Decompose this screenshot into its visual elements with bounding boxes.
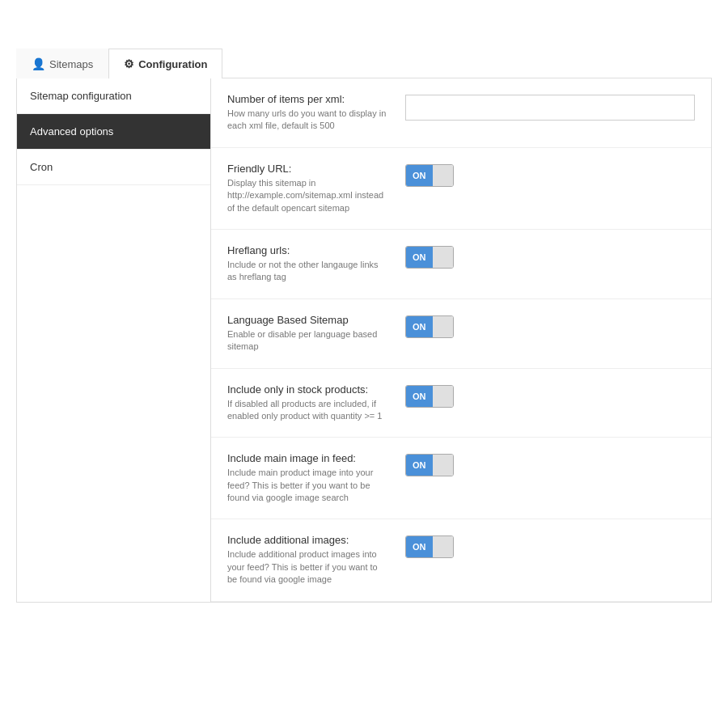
tab-bar: 👤 Sitemaps ⚙ Configuration xyxy=(16,49,712,78)
setting-desc-include-main-image: Include main product image into your fee… xyxy=(227,467,389,504)
setting-title-items-per-xml: Number of items per xml: xyxy=(227,93,389,105)
setting-row-items-per-xml: Number of items per xml: How many urls d… xyxy=(211,78,711,148)
include-main-image-toggle-off xyxy=(433,455,454,476)
setting-row-hreflang-urls: Hreflang urls: Include or not the other … xyxy=(211,230,711,299)
setting-label-language-based-sitemap: Language Based Sitemap Enable or disable… xyxy=(227,314,389,353)
hreflang-urls-toggle-off xyxy=(433,247,454,268)
sidebar-item-sitemap-configuration-label: Sitemap configuration xyxy=(30,90,132,102)
friendly-url-toggle-off xyxy=(433,165,454,186)
setting-row-include-in-stock: Include only in stock products: If disab… xyxy=(211,369,711,438)
settings-panel: Number of items per xml: How many urls d… xyxy=(211,78,711,602)
language-based-sitemap-toggle[interactable]: ON xyxy=(405,315,454,338)
setting-title-hreflang-urls: Hreflang urls: xyxy=(227,244,389,256)
setting-row-friendly-url: Friendly URL: Display this sitemap in ht… xyxy=(211,148,711,230)
language-based-sitemap-toggle-off xyxy=(433,316,454,337)
setting-control-hreflang-urls: ON xyxy=(405,244,695,269)
setting-title-friendly-url: Friendly URL: xyxy=(227,163,389,175)
tab-configuration-label: Configuration xyxy=(138,58,207,70)
setting-title-language-based-sitemap: Language Based Sitemap xyxy=(227,314,389,326)
include-additional-images-toggle-on: ON xyxy=(406,536,433,557)
configuration-icon: ⚙ xyxy=(124,57,134,70)
include-additional-images-toggle[interactable]: ON xyxy=(405,535,454,558)
items-per-xml-input[interactable] xyxy=(405,95,695,121)
setting-label-hreflang-urls: Hreflang urls: Include or not the other … xyxy=(227,244,389,284)
friendly-url-toggle[interactable]: ON xyxy=(405,164,454,187)
setting-desc-friendly-url: Display this sitemap in http://example.c… xyxy=(227,177,389,214)
setting-row-include-main-image: Include main image in feed: Include main… xyxy=(211,438,711,519)
sidebar: Sitemap configuration Advanced options C… xyxy=(17,78,211,602)
setting-label-items-per-xml: Number of items per xml: How many urls d… xyxy=(227,93,389,133)
setting-control-include-additional-images: ON xyxy=(405,534,695,558)
setting-control-language-based-sitemap: ON xyxy=(405,314,695,338)
include-main-image-toggle-on: ON xyxy=(406,455,433,476)
setting-desc-hreflang-urls: Include or not the other langauge links … xyxy=(227,259,389,284)
setting-control-items-per-xml xyxy=(405,93,695,121)
setting-row-include-additional-images: Include additional images: Include addit… xyxy=(211,519,711,601)
setting-title-include-in-stock: Include only in stock products: xyxy=(227,383,389,396)
hreflang-urls-toggle[interactable]: ON xyxy=(405,246,454,269)
sidebar-item-cron[interactable]: Cron xyxy=(17,150,210,185)
setting-control-friendly-url: ON xyxy=(405,163,695,187)
setting-control-include-main-image: ON xyxy=(405,452,695,476)
include-in-stock-toggle[interactable]: ON xyxy=(405,385,454,408)
sidebar-item-advanced-options-label: Advanced options xyxy=(30,125,113,138)
tab-sitemaps-label: Sitemaps xyxy=(49,58,93,70)
friendly-url-toggle-on: ON xyxy=(406,165,433,186)
include-main-image-toggle[interactable]: ON xyxy=(405,454,454,476)
tab-sitemaps[interactable]: 👤 Sitemaps xyxy=(16,49,108,78)
page-wrapper: 👤 Sitemaps ⚙ Configuration Sitemap confi… xyxy=(0,0,728,619)
setting-title-include-main-image: Include main image in feed: xyxy=(227,452,389,464)
sidebar-item-cron-label: Cron xyxy=(30,161,53,173)
setting-desc-include-in-stock: If disabled all products are included, i… xyxy=(227,398,389,423)
setting-label-include-main-image: Include main image in feed: Include main… xyxy=(227,452,389,504)
hreflang-urls-toggle-on: ON xyxy=(406,247,433,268)
sidebar-item-sitemap-configuration[interactable]: Sitemap configuration xyxy=(17,78,210,114)
setting-label-friendly-url: Friendly URL: Display this sitemap in ht… xyxy=(227,163,389,214)
setting-label-include-in-stock: Include only in stock products: If disab… xyxy=(227,383,389,423)
setting-control-include-in-stock: ON xyxy=(405,383,695,408)
content-area: Sitemap configuration Advanced options C… xyxy=(16,78,712,603)
tab-configuration[interactable]: ⚙ Configuration xyxy=(108,49,222,78)
setting-title-include-additional-images: Include additional images: xyxy=(227,534,389,546)
include-in-stock-toggle-on: ON xyxy=(406,386,433,407)
setting-desc-items-per-xml: How many urls do you want to display in … xyxy=(227,108,389,133)
language-based-sitemap-toggle-on: ON xyxy=(406,316,433,337)
include-in-stock-toggle-off xyxy=(433,386,454,407)
sidebar-item-advanced-options[interactable]: Advanced options xyxy=(17,114,210,150)
sitemaps-icon: 👤 xyxy=(32,57,45,70)
setting-label-include-additional-images: Include additional images: Include addit… xyxy=(227,534,389,586)
setting-row-language-based-sitemap: Language Based Sitemap Enable or disable… xyxy=(211,299,711,369)
setting-desc-language-based-sitemap: Enable or disable per language based sit… xyxy=(227,328,389,353)
setting-desc-include-additional-images: Include additional product images into y… xyxy=(227,548,389,586)
include-additional-images-toggle-off xyxy=(433,536,454,557)
